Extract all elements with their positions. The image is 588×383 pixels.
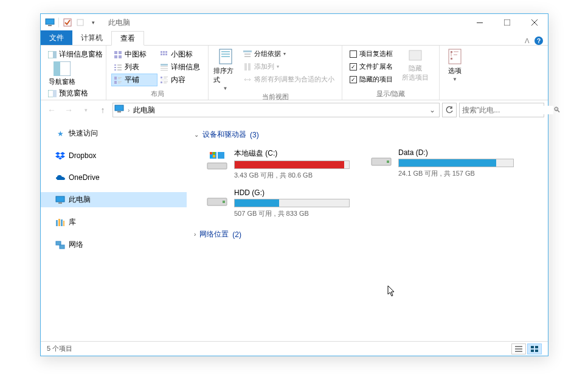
- drive-item[interactable]: HDD (G:)507 GB 可用 , 共 833 GB: [202, 186, 361, 221]
- layout-small[interactable]: 小图标: [157, 48, 204, 61]
- svg-rect-37: [118, 83, 120, 83]
- svg-rect-12: [114, 51, 117, 54]
- undo-icon[interactable]: [75, 17, 86, 28]
- svg-rect-59: [117, 111, 121, 112]
- nav-pane-icon: [54, 61, 71, 76]
- tree-this-pc[interactable]: 此电脑: [41, 192, 187, 207]
- ribbon: 详细信息窗格 导航窗格 预览窗格 窗格 中图标 小图标: [41, 46, 548, 100]
- options-button[interactable]: 选项 ▼: [444, 48, 465, 90]
- search-input[interactable]: [462, 106, 553, 114]
- dropbox-icon: [55, 151, 65, 160]
- preview-pane-icon: [48, 89, 57, 98]
- quick-access-toolbar: ▾: [41, 17, 102, 28]
- svg-rect-9: [54, 61, 60, 76]
- refresh-button[interactable]: [442, 103, 457, 117]
- main-view[interactable]: ⌄ 设备和驱动器 (3) 本地磁盘 (C:)3.43 GB 可用 , 共 80.…: [187, 120, 548, 341]
- address-text[interactable]: 此电脑: [133, 105, 427, 116]
- search-box[interactable]: 🔍︎: [459, 103, 544, 117]
- layout-tiles[interactable]: 平铺: [111, 74, 157, 86]
- drive-icon: [205, 148, 229, 173]
- drive-name: Data (D:): [398, 148, 522, 157]
- chevron-down-icon[interactable]: ⌄: [194, 131, 199, 138]
- drive-free-text: 507 GB 可用 , 共 833 GB: [234, 209, 358, 218]
- history-dropdown[interactable]: ▾: [78, 103, 93, 117]
- svg-rect-46: [221, 51, 230, 52]
- ribbon-group-show-hide: 项目复选框 ✓文件扩展名 ✓隐藏的项目 隐藏 所选项目 显示/隐藏: [342, 46, 440, 100]
- sort-button[interactable]: 排序方式 ▼: [213, 48, 237, 91]
- search-icon[interactable]: 🔍︎: [553, 106, 561, 114]
- svg-rect-32: [114, 77, 117, 80]
- svg-rect-57: [451, 58, 452, 60]
- qat-dropdown-icon[interactable]: ▾: [88, 17, 99, 28]
- svg-rect-51: [244, 56, 251, 57]
- view-tiles-toggle[interactable]: [527, 343, 542, 354]
- tree-dropbox[interactable]: Dropbox: [41, 148, 187, 163]
- svg-rect-70: [218, 152, 224, 159]
- svg-rect-83: [535, 346, 538, 348]
- item-checkboxes-toggle[interactable]: 项目复选框: [347, 48, 395, 60]
- forward-button[interactable]: →: [61, 103, 76, 117]
- layout-medium[interactable]: 中图标: [111, 48, 157, 61]
- svg-rect-49: [243, 50, 252, 52]
- tree-libraries[interactable]: 库: [41, 215, 187, 230]
- details-pane-button[interactable]: 详细信息窗格: [46, 48, 101, 61]
- svg-rect-76: [387, 160, 389, 163]
- drives-container: 本地磁盘 (C:)3.43 GB 可用 , 共 80.6 GBData (D:)…: [202, 146, 541, 221]
- svg-rect-53: [248, 63, 251, 71]
- medium-icons-icon: [114, 50, 122, 59]
- view-details-toggle[interactable]: [511, 343, 526, 354]
- drive-name: HDD (G:): [234, 188, 358, 197]
- svg-rect-38: [161, 77, 162, 78]
- drive-usage-bar: [234, 199, 350, 207]
- address-dropdown-icon[interactable]: ⌄: [427, 106, 438, 114]
- minimize-button[interactable]: [466, 14, 493, 31]
- svg-rect-44: [164, 83, 167, 83]
- drive-usage-bar: [398, 159, 514, 167]
- maximize-button[interactable]: [493, 14, 521, 31]
- content-area: ★ 快速访问 Dropbox OneDrive 此电脑 库: [41, 120, 548, 341]
- tab-computer[interactable]: 计算机: [72, 30, 111, 45]
- svg-rect-7: [53, 51, 57, 58]
- layout-content[interactable]: 内容: [157, 74, 204, 86]
- drive-item[interactable]: Data (D:)24.1 GB 可用 , 共 157 GB: [367, 146, 525, 182]
- svg-rect-71: [210, 152, 212, 154]
- svg-rect-50: [244, 53, 251, 55]
- group-header-drives[interactable]: ⌄ 设备和驱动器 (3): [194, 129, 541, 140]
- preview-pane-button[interactable]: 预览窗格: [46, 87, 101, 100]
- svg-rect-67: [60, 245, 64, 249]
- svg-rect-42: [161, 81, 162, 83]
- help-icon[interactable]: ?: [534, 36, 543, 45]
- layout-list[interactable]: 列表: [111, 61, 157, 74]
- chevron-right-icon[interactable]: ›: [194, 231, 196, 238]
- close-button[interactable]: [521, 14, 548, 31]
- monitor-icon: [44, 17, 55, 28]
- nav-pane-button[interactable]: 导航窗格: [46, 61, 78, 86]
- file-ext-toggle[interactable]: ✓文件扩展名: [347, 61, 395, 72]
- star-icon: ★: [55, 129, 65, 139]
- address-bar[interactable]: › 此电脑 ⌄: [112, 103, 440, 117]
- layout-details[interactable]: 详细信息: [157, 61, 204, 74]
- titlebar: ▾ 此电脑: [41, 14, 548, 31]
- back-button[interactable]: ←: [44, 103, 59, 117]
- svg-rect-66: [56, 241, 61, 245]
- separator: [58, 18, 59, 27]
- group-by-button[interactable]: 分组依据 ▾: [241, 48, 337, 60]
- tab-view[interactable]: 查看: [111, 31, 144, 46]
- collapse-ribbon-icon[interactable]: ᐱ: [525, 37, 530, 45]
- drive-item[interactable]: 本地磁盘 (C:)3.43 GB 可用 , 共 80.6 GB: [202, 146, 361, 182]
- up-button[interactable]: ↑: [95, 103, 110, 117]
- tab-file[interactable]: 文件: [41, 30, 72, 45]
- breadcrumb-sep[interactable]: ›: [128, 107, 130, 114]
- drive-usage-bar: [234, 160, 350, 169]
- properties-icon[interactable]: [62, 17, 73, 28]
- tree-quick-access[interactable]: ★ 快速访问: [41, 126, 187, 141]
- svg-rect-27: [117, 69, 122, 71]
- options-icon: [446, 48, 463, 65]
- svg-rect-81: [515, 351, 522, 352]
- item-count: 5 个项目: [47, 344, 72, 353]
- tree-onedrive[interactable]: OneDrive: [41, 170, 187, 185]
- tree-network[interactable]: 网络: [41, 237, 187, 252]
- hidden-items-toggle[interactable]: ✓隐藏的项目: [347, 74, 395, 85]
- ribbon-group-panes: 详细信息窗格 导航窗格 预览窗格 窗格: [41, 46, 106, 100]
- group-header-network[interactable]: › 网络位置 (2): [194, 229, 541, 240]
